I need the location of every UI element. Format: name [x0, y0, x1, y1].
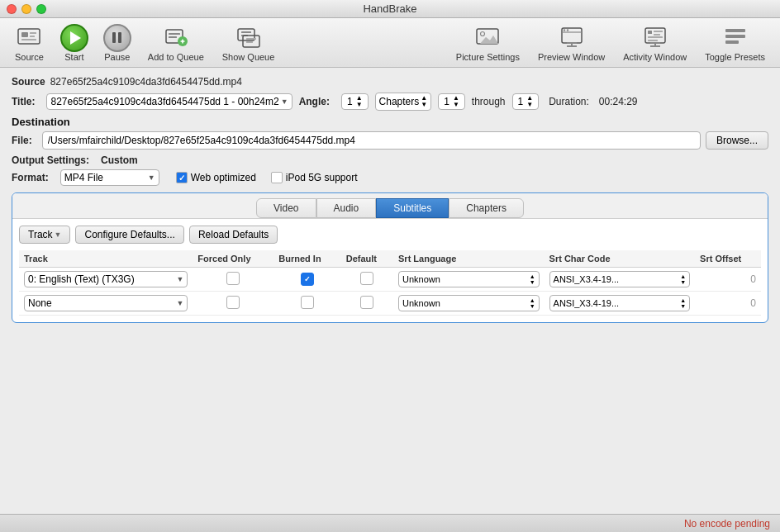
subtitles-action-row: Track ▼ Configure Defaults... Reload Def…	[19, 226, 761, 244]
srt-lang-select-2[interactable]: Unknown ▲ ▼	[398, 295, 540, 311]
track-select-2[interactable]: None ▼	[24, 295, 188, 311]
chapters-to-value: 1	[518, 96, 524, 107]
format-select[interactable]: MP4 File ▼	[60, 169, 159, 186]
subtitles-panel: Track ▼ Configure Defaults... Reload Def…	[12, 219, 768, 322]
ipod-checkbox-item[interactable]: iPod 5G support	[271, 172, 358, 183]
svg-rect-12	[241, 31, 251, 33]
maximize-button[interactable]	[36, 4, 46, 14]
destination-section: Destination File: Browse...	[12, 116, 768, 150]
preview-window-button[interactable]: Preview Window	[530, 21, 613, 65]
angle-arrows[interactable]: ▲ ▼	[356, 95, 363, 108]
output-settings-section: Output Settings: Custom Format: MP4 File…	[12, 154, 768, 186]
titlebar: HandBrake	[0, 0, 780, 18]
tab-audio[interactable]: Audio	[316, 198, 377, 218]
svg-rect-15	[246, 38, 256, 40]
minimize-button[interactable]	[21, 4, 31, 14]
srt-char-cell-1: ANSI_X3.4-19... ▲ ▼	[545, 268, 696, 292]
svg-rect-7	[169, 36, 177, 38]
chapters-from-stepper[interactable]: 1 ▲ ▼	[438, 93, 465, 110]
burned-in-checkbox-2[interactable]	[301, 296, 314, 309]
srt-char-2-arrows[interactable]: ▲ ▼	[680, 297, 686, 309]
web-optimized-checkbox-item[interactable]: ✓ Web optimized	[176, 172, 256, 183]
burned-in-checkbox-1[interactable]: ✓	[301, 273, 314, 286]
source-label: Source	[15, 52, 44, 62]
format-value: MP4 File	[64, 172, 145, 183]
angle-label: Angle:	[299, 96, 330, 107]
srt-char-1-value: ANSI_X3.4-19...	[554, 274, 620, 284]
default-checkbox-1[interactable]	[360, 272, 373, 285]
chapters-arrows[interactable]: ▲ ▼	[421, 95, 427, 108]
show-queue-icon	[235, 24, 262, 50]
forced-only-checkbox-1[interactable]	[226, 272, 240, 285]
tabs-area: Video Audio Subtitles Chapters Track ▼ C…	[12, 192, 768, 323]
start-button[interactable]: Start	[54, 21, 95, 65]
svg-rect-32	[648, 36, 663, 38]
srt-lang-select-1[interactable]: Unknown ▲ ▼	[398, 271, 540, 287]
picture-settings-button[interactable]: Picture Settings	[448, 21, 528, 65]
chapters-select[interactable]: Chapters ▲ ▼	[375, 93, 432, 111]
srt-offset-cell-2: 0	[695, 292, 761, 316]
svg-point-24	[566, 29, 568, 31]
tab-video[interactable]: Video	[256, 198, 316, 218]
chapters-from-arrows[interactable]: ▲ ▼	[453, 95, 459, 108]
svg-rect-33	[648, 40, 658, 41]
default-checkbox-2[interactable]	[360, 296, 373, 309]
burned-in-cell-1: ✓	[273, 268, 340, 292]
source-button[interactable]: Source	[7, 21, 52, 65]
tab-chapters[interactable]: Chapters	[449, 198, 524, 218]
col-srt-char-code: Srt Char Code	[545, 250, 696, 268]
browse-button[interactable]: Browse...	[706, 131, 768, 150]
srt-lang-2-arrows[interactable]: ▲ ▼	[530, 297, 535, 309]
window-title: HandBrake	[363, 2, 416, 15]
chapters-to-arrows[interactable]: ▲ ▼	[526, 95, 533, 108]
add-to-queue-button[interactable]: Add to Queue	[140, 21, 212, 65]
through-label: through	[472, 96, 506, 107]
reload-defaults-button[interactable]: Reload Defaults	[189, 226, 278, 244]
srt-offset-cell-1: 0	[695, 268, 761, 292]
ipod-checkbox[interactable]	[271, 172, 283, 183]
toggle-presets-button[interactable]: Toggle Presets	[697, 21, 773, 65]
chapters-to-stepper[interactable]: 1 ▲ ▼	[512, 93, 540, 110]
show-queue-button[interactable]: Show Queue	[214, 21, 283, 65]
start-label: Start	[64, 52, 83, 62]
chapters-from-value: 1	[444, 96, 449, 107]
web-optimized-checkbox[interactable]: ✓	[176, 172, 188, 183]
configure-defaults-button[interactable]: Configure Defaults...	[75, 226, 183, 244]
title-select[interactable]: 827e65f25a4c9109c4da3fd6454475dd 1 - 00h…	[46, 93, 292, 110]
web-optimized-label: Web optimized	[191, 172, 256, 183]
track-select-1[interactable]: 0: English (Text) (TX3G) ▼	[24, 271, 188, 287]
activity-window-button[interactable]: Activity Window	[615, 21, 695, 65]
title-row: Title: 827e65f25a4c9109c4da3fd6454475dd …	[12, 93, 768, 111]
pause-label: Pause	[104, 52, 130, 62]
output-settings-label: Output Settings:	[12, 154, 89, 166]
toolbar: Source Start Pause Add to Queue	[0, 18, 780, 68]
add-to-queue-label: Add to Queue	[148, 52, 204, 62]
col-track: Track	[19, 250, 193, 268]
srt-char-select-1[interactable]: ANSI_X3.4-19... ▲ ▼	[549, 271, 691, 287]
forced-only-checkbox-2[interactable]	[226, 296, 240, 309]
output-settings-row: Output Settings: Custom	[12, 154, 768, 166]
close-button[interactable]	[7, 4, 17, 14]
srt-char-2-value: ANSI_X3.4-19...	[554, 298, 620, 308]
track-select-2-value: None	[28, 297, 52, 309]
tab-subtitles[interactable]: Subtitles	[376, 198, 449, 218]
table-row: 0: English (Text) (TX3G) ▼ ✓	[19, 268, 761, 292]
track-select-2-arrow: ▼	[176, 299, 183, 307]
source-filename: 827e65f25a4c9109c4da3fd6454475dd.mp4	[50, 76, 242, 88]
srt-char-select-2[interactable]: ANSI_X3.4-19... ▲ ▼	[549, 295, 691, 311]
track-dropdown-button[interactable]: Track ▼	[19, 226, 70, 244]
svg-rect-38	[725, 35, 745, 38]
file-path-input[interactable]	[42, 131, 701, 150]
angle-down-arrow[interactable]: ▼	[356, 102, 363, 108]
svg-rect-10	[182, 39, 183, 43]
title-label: Title:	[12, 96, 35, 107]
srt-lang-1-arrows[interactable]: ▲ ▼	[530, 273, 535, 285]
srt-char-1-arrows[interactable]: ▲ ▼	[680, 273, 686, 285]
format-chevron-icon: ▼	[148, 173, 155, 182]
pause-button[interactable]: Pause	[97, 21, 138, 65]
svg-point-23	[563, 29, 564, 31]
svg-rect-2	[30, 32, 36, 34]
angle-stepper[interactable]: 1 ▲ ▼	[341, 93, 369, 110]
duration-label: Duration:	[549, 96, 589, 107]
default-cell-1	[341, 268, 393, 292]
